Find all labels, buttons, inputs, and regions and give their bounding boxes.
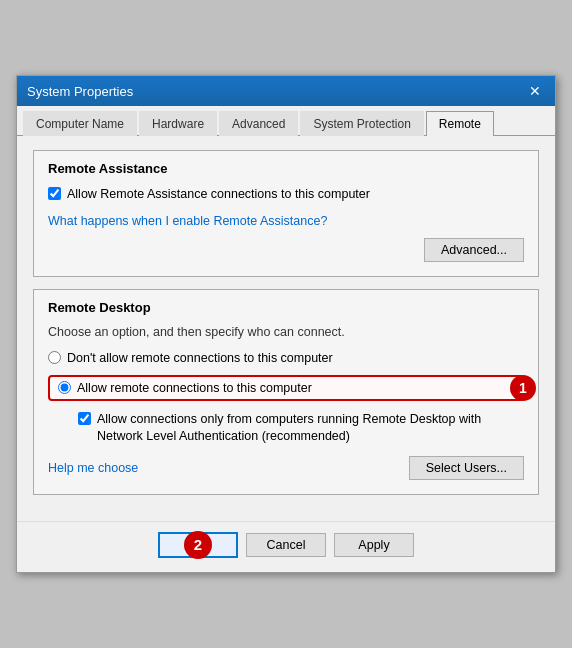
dont-allow-label: Don't allow remote connections to this c…: [67, 351, 333, 365]
remote-assistance-title: Remote Assistance: [48, 161, 524, 176]
allow-label: Allow remote connections to this compute…: [77, 381, 312, 395]
content-area: Remote Assistance Allow Remote Assistanc…: [17, 136, 555, 521]
remote-assistance-help-link[interactable]: What happens when I enable Remote Assist…: [48, 214, 524, 228]
tab-hardware[interactable]: Hardware: [139, 111, 217, 136]
allow-radio[interactable]: [58, 381, 71, 394]
close-button[interactable]: ✕: [525, 81, 545, 101]
window-title: System Properties: [27, 84, 133, 99]
remote-desktop-description: Choose an option, and then specify who c…: [48, 325, 524, 339]
system-properties-window: System Properties ✕ Computer Name Hardwa…: [16, 75, 556, 573]
tab-computer-name[interactable]: Computer Name: [23, 111, 137, 136]
advanced-btn-row: Advanced...: [48, 238, 524, 262]
dont-allow-radio[interactable]: [48, 351, 61, 364]
footer-buttons: OK 2 Cancel Apply: [158, 532, 414, 558]
select-users-button[interactable]: Select Users...: [409, 456, 524, 480]
ok-button[interactable]: OK: [158, 532, 238, 558]
allow-remote-assistance-label: Allow Remote Assistance connections to t…: [67, 186, 370, 204]
remote-desktop-bottom-row: Help me choose Select Users...: [48, 456, 524, 480]
nla-label: Allow connections only from computers ru…: [97, 411, 524, 446]
tab-remote[interactable]: Remote: [426, 111, 494, 136]
cancel-button[interactable]: Cancel: [246, 533, 326, 557]
nla-checkbox-row: Allow connections only from computers ru…: [78, 411, 524, 446]
dont-allow-radio-row: Don't allow remote connections to this c…: [48, 351, 524, 365]
tab-system-protection[interactable]: System Protection: [300, 111, 423, 136]
footer: OK 2 Cancel Apply: [17, 521, 555, 572]
title-bar: System Properties ✕: [17, 76, 555, 106]
allow-radio-row: Allow remote connections to this compute…: [48, 375, 524, 401]
allow-remote-assistance-row: Allow Remote Assistance connections to t…: [48, 186, 524, 204]
tab-advanced[interactable]: Advanced: [219, 111, 298, 136]
remote-desktop-title: Remote Desktop: [48, 300, 524, 315]
remote-desktop-section: Remote Desktop Choose an option, and the…: [33, 289, 539, 495]
tab-bar: Computer Name Hardware Advanced System P…: [17, 106, 555, 136]
badge-1: 1: [510, 375, 536, 401]
ok-btn-wrap: OK 2: [158, 532, 238, 558]
remote-assistance-section: Remote Assistance Allow Remote Assistanc…: [33, 150, 539, 277]
apply-button[interactable]: Apply: [334, 533, 414, 557]
advanced-button[interactable]: Advanced...: [424, 238, 524, 262]
help-me-choose-link[interactable]: Help me choose: [48, 461, 138, 475]
nla-checkbox[interactable]: [78, 412, 91, 425]
allow-remote-assistance-checkbox[interactable]: [48, 187, 61, 200]
